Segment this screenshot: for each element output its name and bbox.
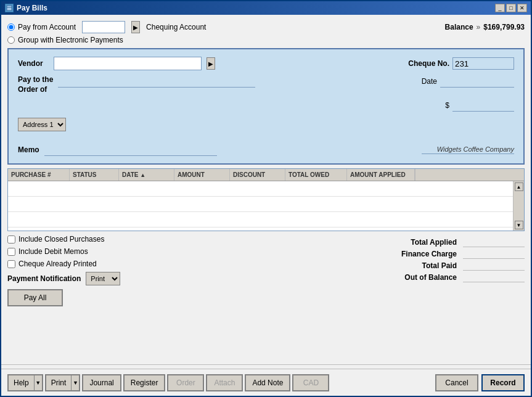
cancel-button[interactable]: Cancel bbox=[435, 374, 478, 391]
balance-label: Balance bbox=[445, 23, 473, 31]
table-header: Purchase # Status Date ▲ Amount Discount… bbox=[8, 169, 524, 181]
pay-from-account-radio[interactable] bbox=[7, 23, 15, 31]
include-debit-row: Include Debit Memos bbox=[7, 247, 205, 256]
pay-all-button[interactable]: Pay All bbox=[7, 289, 63, 306]
col-purchase-no[interactable]: Purchase # bbox=[8, 169, 70, 181]
add-note-button[interactable]: Add Note bbox=[245, 374, 290, 391]
table-row bbox=[8, 181, 513, 197]
help-button-group: Help ▼ bbox=[7, 374, 43, 391]
register-button[interactable]: Register bbox=[123, 374, 166, 391]
attach-button[interactable]: Attach bbox=[206, 374, 243, 391]
svg-rect-0 bbox=[7, 6, 12, 10]
finance-charge-value bbox=[463, 250, 525, 259]
account-arrow-button[interactable]: ▶ bbox=[131, 21, 140, 33]
table-body-area: ▲ ▼ bbox=[8, 181, 524, 231]
bottom-left: Include Closed Purchases Include Debit M… bbox=[7, 235, 205, 306]
memo-company: Widgets Coffee Company bbox=[422, 145, 514, 154]
col-total-owed[interactable]: Total Owed bbox=[285, 169, 347, 181]
include-closed-checkbox[interactable] bbox=[7, 235, 15, 244]
title-bar-left: Pay Bills bbox=[5, 4, 47, 12]
sort-arrow-icon: ▲ bbox=[140, 172, 145, 178]
out-of-balance-label: Out of Balance bbox=[395, 273, 457, 282]
group-electronic-radio[interactable] bbox=[7, 36, 15, 44]
col-status[interactable]: Status bbox=[70, 169, 119, 181]
print-button[interactable]: Print bbox=[45, 374, 72, 391]
memo-left: Memo bbox=[18, 144, 217, 156]
print-button-group: Print ▼ bbox=[45, 374, 81, 391]
memo-row: Memo Widgets Coffee Company bbox=[18, 144, 514, 156]
vendor-row: Vendor ▶ bbox=[18, 57, 215, 70]
finance-charge-label: Finance Charge bbox=[395, 250, 457, 259]
vendor-arrow-button[interactable]: ▶ bbox=[207, 57, 215, 70]
payment-notif-select[interactable]: PrintEmailNone bbox=[86, 272, 120, 285]
account-row: Pay from Account 1-1110 ▶ Chequing Accou… bbox=[7, 21, 525, 33]
table-body[interactable] bbox=[8, 181, 513, 231]
out-of-balance-row: Out of Balance bbox=[211, 273, 525, 282]
print-dropdown-arrow[interactable]: ▼ bbox=[72, 374, 80, 391]
account-number-input[interactable]: 1-1110 bbox=[82, 21, 125, 33]
balance-area: Balance » $169,799.93 bbox=[445, 23, 525, 31]
table-row bbox=[8, 197, 513, 212]
total-paid-value bbox=[463, 261, 525, 271]
table-scrollbar[interactable]: ▲ ▼ bbox=[513, 181, 524, 231]
address-select[interactable]: Address 1 bbox=[18, 118, 66, 131]
vendor-input[interactable] bbox=[54, 57, 202, 70]
scroll-down-button[interactable]: ▼ bbox=[515, 221, 523, 229]
pay-from-account-label: Pay from Account bbox=[18, 23, 76, 31]
payment-notif-row: Payment Notification PrintEmailNone bbox=[7, 272, 205, 285]
cad-button[interactable]: CAD bbox=[292, 374, 329, 391]
total-applied-label: Total Applied bbox=[395, 238, 457, 247]
minimize-button[interactable]: _ bbox=[495, 4, 505, 12]
cheque-printed-checkbox[interactable] bbox=[7, 260, 15, 268]
cheque-panel: Vendor ▶ Cheque No. Pay to the Order of … bbox=[7, 48, 525, 165]
out-of-balance-value bbox=[463, 273, 525, 282]
balance-arrows-icon: » bbox=[477, 23, 481, 31]
total-applied-value bbox=[463, 238, 525, 247]
scroll-up-button[interactable]: ▲ bbox=[515, 182, 523, 191]
col-amount-applied[interactable]: Amount Applied bbox=[347, 169, 415, 181]
col-date[interactable]: Date ▲ bbox=[119, 169, 174, 181]
main-window: Pay Bills _ □ ✕ Pay from Account 1-1110 … bbox=[0, 0, 532, 397]
payment-notif-label: Payment Notification bbox=[7, 274, 81, 283]
purchase-table: Purchase # Status Date ▲ Amount Discount… bbox=[7, 168, 525, 231]
title-buttons: _ □ ✕ bbox=[495, 4, 527, 12]
order-button[interactable]: Order bbox=[167, 374, 204, 391]
pay-order-label: Pay to the Order of bbox=[18, 75, 53, 94]
footer-separator bbox=[1, 364, 531, 365]
pay-from-account-option: Pay from Account bbox=[7, 23, 76, 31]
pay-order-row: Pay to the Order of Date bbox=[18, 75, 514, 94]
footer-right-buttons: Cancel Record bbox=[435, 374, 525, 391]
include-closed-label: Include Closed Purchases bbox=[18, 235, 104, 244]
include-debit-label: Include Debit Memos bbox=[18, 247, 88, 256]
memo-input[interactable] bbox=[44, 144, 217, 156]
journal-button[interactable]: Journal bbox=[82, 374, 121, 391]
cheque-top-row: Vendor ▶ Cheque No. bbox=[18, 57, 514, 70]
payment-notif-select-wrapper: PrintEmailNone bbox=[86, 272, 120, 285]
close-button[interactable]: ✕ bbox=[517, 4, 527, 12]
address-select-wrapper: Address 1 bbox=[18, 118, 514, 131]
col-amount[interactable]: Amount bbox=[174, 169, 230, 181]
cheque-no-input[interactable] bbox=[452, 57, 514, 70]
include-debit-checkbox[interactable] bbox=[7, 248, 15, 256]
window-title: Pay Bills bbox=[17, 4, 47, 12]
help-dropdown-arrow[interactable]: ▼ bbox=[35, 374, 43, 391]
table-row bbox=[8, 212, 513, 227]
record-button[interactable]: Record bbox=[481, 374, 525, 391]
footer-left-buttons: Help ▼ Print ▼ Journal Register Order At… bbox=[7, 374, 329, 391]
col-discount[interactable]: Discount bbox=[230, 169, 285, 181]
cheque-no-row: Cheque No. bbox=[408, 57, 514, 70]
bottom-right: Total Applied Finance Charge Total Paid … bbox=[211, 235, 525, 306]
date-input[interactable] bbox=[440, 75, 514, 88]
window-icon bbox=[5, 4, 14, 12]
amount-input[interactable] bbox=[452, 99, 514, 112]
vendor-label: Vendor bbox=[18, 59, 49, 68]
cheque-printed-row: Cheque Already Printed bbox=[7, 260, 205, 268]
main-content: Pay from Account 1-1110 ▶ Chequing Accou… bbox=[1, 15, 531, 361]
cheque-no-label: Cheque No. bbox=[408, 59, 449, 68]
help-button[interactable]: Help bbox=[7, 374, 35, 391]
pay-order-input[interactable] bbox=[58, 75, 255, 88]
maximize-button[interactable]: □ bbox=[506, 4, 516, 12]
title-bar: Pay Bills _ □ ✕ bbox=[1, 1, 531, 15]
cheque-printed-label: Cheque Already Printed bbox=[18, 260, 97, 268]
include-closed-row: Include Closed Purchases bbox=[7, 235, 205, 244]
